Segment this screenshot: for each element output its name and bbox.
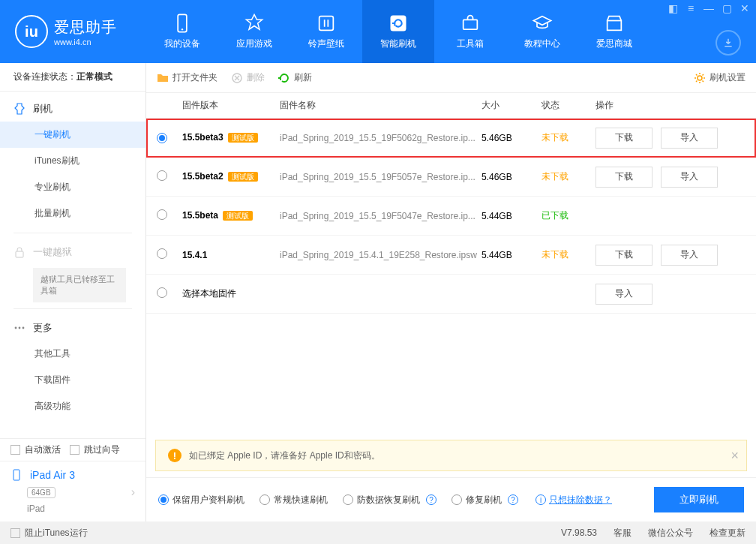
row-radio[interactable] [157,248,167,259]
row-radio[interactable] [157,133,167,143]
wechat-link[interactable]: 微信公众号 [648,527,693,539]
flash-now-button[interactable]: 立即刷机 [654,487,744,512]
refresh-icon [278,72,290,84]
main-nav: 我的设备 应用游戏 铃声壁纸 智能刷机 工具箱 教程中心 爱思商城 [146,0,756,63]
appleid-alert: ! 如已绑定 Apple ID，请准备好 Apple ID和密码。 × [155,440,747,471]
close-icon[interactable]: ✕ [740,3,750,14]
logo-area[interactable]: iu 爱思助手 www.i4.cn [0,15,146,48]
device-info-row: iPad Air 3 [0,461,146,485]
table-row[interactable]: 15.5beta测试版 iPad_Spring_2019_15.5_19F504… [146,197,756,236]
row-radio[interactable] [157,209,167,220]
device-storage-row: 64GB › [0,485,146,503]
button-label: 刷新 [294,71,312,84]
beta-tag: 测试版 [228,172,258,182]
brand-text: 爱思助手 www.i4.cn [54,17,117,47]
auto-activate-checkbox[interactable] [10,445,20,455]
row-radio[interactable] [157,287,167,298]
mode-anti-recovery[interactable]: 防数据恢复刷机? [343,494,436,506]
folder-icon [157,72,169,84]
nav-label: 智能刷机 [380,38,416,50]
table-row-local[interactable]: 选择本地固件 导入 [146,275,756,314]
nav-flash[interactable]: 智能刷机 [362,0,434,63]
header-actions: 操作 [596,99,746,112]
svg-rect-4 [464,20,478,29]
header-size: 大小 [482,99,542,112]
nav-label: 工具箱 [457,38,484,50]
divider [14,308,132,309]
support-link[interactable]: 客服 [614,527,632,539]
download-button[interactable]: 下载 [596,167,652,188]
mode-repair[interactable]: 修复刷机? [452,494,518,506]
nav-my-device[interactable]: 我的设备 [146,0,218,63]
alert-close-button[interactable]: × [730,448,739,464]
nav-apps[interactable]: 应用游戏 [218,0,290,63]
help-icon[interactable]: ? [426,494,436,505]
nav-tutorials[interactable]: 教程中心 [506,0,578,63]
sidebar-sub-download-fw[interactable]: 下载固件 [0,367,146,393]
minimize-icon[interactable]: — [704,3,714,14]
gear-icon [694,72,706,84]
import-button[interactable]: 导入 [661,167,718,188]
nav-toolbox[interactable]: 工具箱 [434,0,506,63]
import-button[interactable]: 导入 [661,245,718,266]
beta-tag: 测试版 [228,133,258,143]
row-status: 已下载 [542,209,596,222]
radio-dot-icon [452,494,462,505]
svg-point-1 [182,29,183,30]
maximize-icon[interactable]: ▢ [722,3,732,14]
row-radio[interactable] [157,170,167,181]
delete-icon [231,72,243,84]
download-button[interactable]: 下载 [596,245,652,266]
row-version: 15.5beta测试版 [182,210,280,221]
chevron-right-icon[interactable]: › [131,485,135,499]
import-button[interactable]: 导入 [661,128,718,149]
titlebar: iu 爱思助手 www.i4.cn 我的设备 应用游戏 铃声壁纸 智能刷机 工具… [0,0,756,63]
device-status-value: 正常模式 [76,71,112,82]
row-status: 未下载 [542,131,596,144]
table-row[interactable]: 15.5beta2测试版 iPad_Spring_2019_15.5_19F50… [146,158,756,197]
erase-data-link[interactable]: 只想抹除数据？ [549,494,612,506]
download-button[interactable]: 下载 [596,128,652,149]
refresh-button[interactable]: 刷新 [278,71,312,84]
row-version: 15.4.1 [182,250,280,260]
block-itunes-checkbox[interactable] [10,528,20,538]
skin-icon[interactable]: ◧ [668,3,678,14]
mode-normal[interactable]: 常规快速刷机 [260,494,328,506]
sidebar-sub-pro[interactable]: 专业刷机 [0,174,146,200]
svg-rect-5 [608,21,622,31]
skip-guide-checkbox[interactable] [70,445,80,455]
nav-ringtones[interactable]: 铃声壁纸 [290,0,362,63]
block-itunes-label: 阻止iTunes运行 [25,527,88,539]
more-icon [14,322,26,334]
sidebar-sub-other[interactable]: 其他工具 [0,341,146,367]
logo-icon: iu [15,15,48,48]
update-link[interactable]: 检查更新 [710,527,746,539]
divider [14,233,132,233]
download-manager-button[interactable] [716,30,741,56]
open-folder-button[interactable]: 打开文件夹 [157,71,218,84]
grad-cap-icon [532,13,553,34]
flash-settings-button[interactable]: 刷机设置 [694,71,746,84]
row-status: 未下载 [542,248,596,261]
device-status-label: 设备连接状态： [14,71,76,82]
sidebar-sub-advanced[interactable]: 高级功能 [0,393,146,419]
help-icon[interactable]: ? [508,494,518,505]
firmware-rows: 15.5beta3测试版 iPad_Spring_2019_15.5_19F50… [146,119,756,314]
sidebar-sub-itunes[interactable]: iTunes刷机 [0,148,146,174]
row-local-label: 选择本地固件 [182,287,482,300]
table-row[interactable]: 15.4.1 iPad_Spring_2019_15.4.1_19E258_Re… [146,236,756,275]
info-icon: i [536,494,546,505]
menu-icon[interactable]: ≡ [686,3,696,14]
table-row[interactable]: 15.5beta3测试版 iPad_Spring_2019_15.5_19F50… [146,119,756,158]
sidebar-item-flash[interactable]: 刷机 [0,96,146,122]
svg-point-9 [22,327,25,329]
mode-keep-data[interactable]: 保留用户资料刷机 [158,494,244,506]
warning-icon: ! [168,449,182,462]
nav-store[interactable]: 爱思商城 [578,0,650,63]
import-button[interactable]: 导入 [596,284,652,305]
sidebar-sub-batch[interactable]: 批量刷机 [0,200,146,227]
sidebar-sub-oneclick[interactable]: 一键刷机 [0,122,146,148]
sidebar-item-more[interactable]: 更多 [0,315,146,341]
header-status: 状态 [542,99,596,112]
device-type-row: iPad [0,503,146,521]
